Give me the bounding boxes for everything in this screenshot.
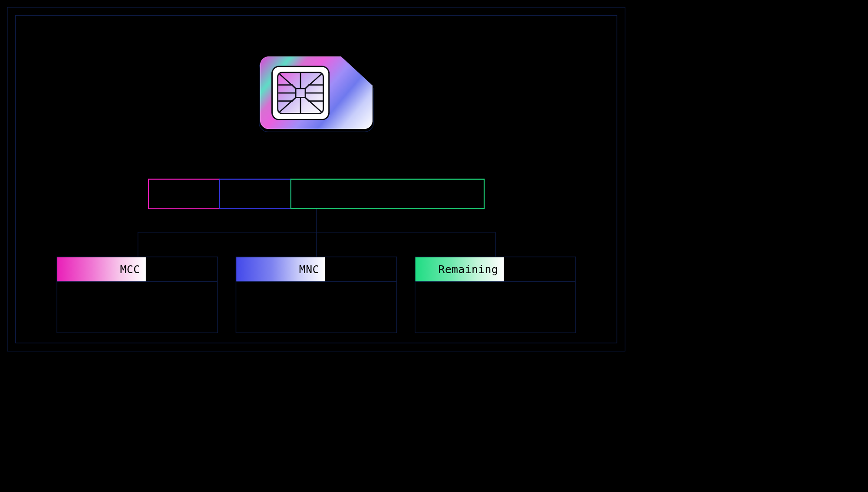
inner-frame: MCC MNC Remaining <box>15 15 617 343</box>
svg-line-11 <box>278 73 296 89</box>
description-cards: MCC MNC Remaining <box>56 257 576 333</box>
segment-remaining <box>290 179 484 209</box>
card-mcc: MCC <box>56 257 218 333</box>
card-header: MCC <box>57 257 217 282</box>
card-label-remaining: Remaining <box>415 257 504 281</box>
card-body <box>57 282 217 333</box>
card-label-mnc: MNC <box>236 257 325 281</box>
connector-line <box>316 232 316 257</box>
card-body <box>236 282 396 333</box>
sim-chip-icon <box>277 72 324 114</box>
card-remaining: Remaining <box>415 257 576 333</box>
card-header: MNC <box>236 257 396 282</box>
card-mnc: MNC <box>235 257 397 333</box>
connector-line <box>316 209 316 232</box>
card-body <box>415 282 575 333</box>
connector-line <box>138 232 138 257</box>
sim-card-icon <box>260 56 372 129</box>
segment-mcc <box>148 179 220 209</box>
connector-line <box>495 232 495 257</box>
sim-chip-frame <box>271 66 330 120</box>
svg-line-14 <box>305 97 323 113</box>
card-label-mcc: MCC <box>57 257 145 281</box>
card-header: Remaining <box>415 257 575 282</box>
svg-line-13 <box>278 97 296 113</box>
sim-chip-contacts-icon <box>278 73 323 113</box>
imsi-segment-bar <box>148 179 485 209</box>
svg-rect-0 <box>296 89 305 98</box>
outer-frame: MCC MNC Remaining <box>7 7 625 351</box>
segment-mnc <box>219 179 291 209</box>
svg-line-12 <box>305 73 323 89</box>
diagram-root: MCC MNC Remaining <box>0 0 632 358</box>
